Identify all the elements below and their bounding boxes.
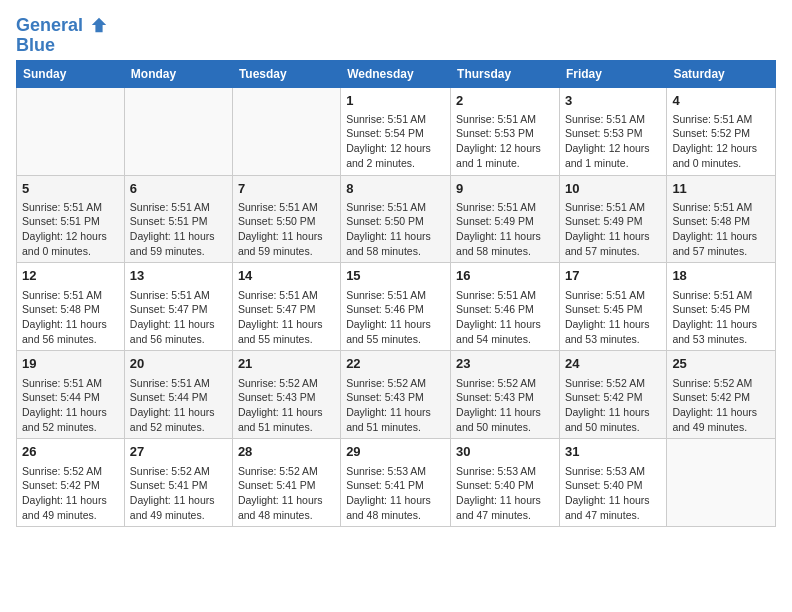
day-info: Sunrise: 5:51 AMSunset: 5:48 PMDaylight:… <box>672 200 770 259</box>
calendar-cell: 20Sunrise: 5:51 AMSunset: 5:44 PMDayligh… <box>124 351 232 439</box>
day-info: Sunrise: 5:51 AMSunset: 5:44 PMDaylight:… <box>130 376 227 435</box>
day-number: 29 <box>346 443 445 461</box>
day-number: 11 <box>672 180 770 198</box>
calendar-cell <box>232 87 340 175</box>
calendar-cell: 22Sunrise: 5:52 AMSunset: 5:43 PMDayligh… <box>341 351 451 439</box>
weekday-header-wednesday: Wednesday <box>341 60 451 87</box>
day-info: Sunrise: 5:52 AMSunset: 5:41 PMDaylight:… <box>130 464 227 523</box>
day-info: Sunrise: 5:51 AMSunset: 5:44 PMDaylight:… <box>22 376 119 435</box>
day-number: 14 <box>238 267 335 285</box>
day-info: Sunrise: 5:53 AMSunset: 5:41 PMDaylight:… <box>346 464 445 523</box>
day-number: 23 <box>456 355 554 373</box>
calendar-cell: 17Sunrise: 5:51 AMSunset: 5:45 PMDayligh… <box>559 263 666 351</box>
day-number: 21 <box>238 355 335 373</box>
day-info: Sunrise: 5:51 AMSunset: 5:53 PMDaylight:… <box>565 112 661 171</box>
day-number: 27 <box>130 443 227 461</box>
calendar-cell: 30Sunrise: 5:53 AMSunset: 5:40 PMDayligh… <box>451 439 560 527</box>
calendar-cell: 16Sunrise: 5:51 AMSunset: 5:46 PMDayligh… <box>451 263 560 351</box>
day-number: 4 <box>672 92 770 110</box>
day-info: Sunrise: 5:52 AMSunset: 5:43 PMDaylight:… <box>456 376 554 435</box>
day-info: Sunrise: 5:51 AMSunset: 5:46 PMDaylight:… <box>346 288 445 347</box>
day-info: Sunrise: 5:51 AMSunset: 5:54 PMDaylight:… <box>346 112 445 171</box>
day-number: 26 <box>22 443 119 461</box>
calendar-table: SundayMondayTuesdayWednesdayThursdayFrid… <box>16 60 776 528</box>
day-info: Sunrise: 5:51 AMSunset: 5:50 PMDaylight:… <box>346 200 445 259</box>
day-number: 2 <box>456 92 554 110</box>
calendar-cell: 29Sunrise: 5:53 AMSunset: 5:41 PMDayligh… <box>341 439 451 527</box>
calendar-cell: 12Sunrise: 5:51 AMSunset: 5:48 PMDayligh… <box>17 263 125 351</box>
calendar-week-row: 5Sunrise: 5:51 AMSunset: 5:51 PMDaylight… <box>17 175 776 263</box>
day-number: 19 <box>22 355 119 373</box>
day-info: Sunrise: 5:51 AMSunset: 5:53 PMDaylight:… <box>456 112 554 171</box>
day-info: Sunrise: 5:51 AMSunset: 5:51 PMDaylight:… <box>130 200 227 259</box>
day-number: 28 <box>238 443 335 461</box>
weekday-header-saturday: Saturday <box>667 60 776 87</box>
day-number: 7 <box>238 180 335 198</box>
day-info: Sunrise: 5:52 AMSunset: 5:43 PMDaylight:… <box>346 376 445 435</box>
calendar-cell <box>124 87 232 175</box>
calendar-cell: 9Sunrise: 5:51 AMSunset: 5:49 PMDaylight… <box>451 175 560 263</box>
day-info: Sunrise: 5:51 AMSunset: 5:48 PMDaylight:… <box>22 288 119 347</box>
day-number: 20 <box>130 355 227 373</box>
calendar-week-row: 12Sunrise: 5:51 AMSunset: 5:48 PMDayligh… <box>17 263 776 351</box>
day-number: 18 <box>672 267 770 285</box>
calendar-cell: 3Sunrise: 5:51 AMSunset: 5:53 PMDaylight… <box>559 87 666 175</box>
calendar-week-row: 26Sunrise: 5:52 AMSunset: 5:42 PMDayligh… <box>17 439 776 527</box>
day-number: 15 <box>346 267 445 285</box>
calendar-cell: 24Sunrise: 5:52 AMSunset: 5:42 PMDayligh… <box>559 351 666 439</box>
day-info: Sunrise: 5:51 AMSunset: 5:45 PMDaylight:… <box>672 288 770 347</box>
calendar-week-row: 19Sunrise: 5:51 AMSunset: 5:44 PMDayligh… <box>17 351 776 439</box>
calendar-cell: 6Sunrise: 5:51 AMSunset: 5:51 PMDaylight… <box>124 175 232 263</box>
day-info: Sunrise: 5:51 AMSunset: 5:46 PMDaylight:… <box>456 288 554 347</box>
day-number: 5 <box>22 180 119 198</box>
day-number: 1 <box>346 92 445 110</box>
day-info: Sunrise: 5:51 AMSunset: 5:47 PMDaylight:… <box>238 288 335 347</box>
day-number: 17 <box>565 267 661 285</box>
calendar-cell: 4Sunrise: 5:51 AMSunset: 5:52 PMDaylight… <box>667 87 776 175</box>
weekday-header-sunday: Sunday <box>17 60 125 87</box>
logo: General Blue <box>16 16 108 56</box>
calendar-cell: 15Sunrise: 5:51 AMSunset: 5:46 PMDayligh… <box>341 263 451 351</box>
calendar-cell: 5Sunrise: 5:51 AMSunset: 5:51 PMDaylight… <box>17 175 125 263</box>
day-number: 24 <box>565 355 661 373</box>
logo-text: General Blue <box>16 16 108 56</box>
day-info: Sunrise: 5:51 AMSunset: 5:47 PMDaylight:… <box>130 288 227 347</box>
calendar-cell: 10Sunrise: 5:51 AMSunset: 5:49 PMDayligh… <box>559 175 666 263</box>
calendar-cell: 31Sunrise: 5:53 AMSunset: 5:40 PMDayligh… <box>559 439 666 527</box>
day-info: Sunrise: 5:52 AMSunset: 5:42 PMDaylight:… <box>672 376 770 435</box>
day-info: Sunrise: 5:51 AMSunset: 5:45 PMDaylight:… <box>565 288 661 347</box>
day-number: 30 <box>456 443 554 461</box>
day-info: Sunrise: 5:51 AMSunset: 5:50 PMDaylight:… <box>238 200 335 259</box>
calendar-week-row: 1Sunrise: 5:51 AMSunset: 5:54 PMDaylight… <box>17 87 776 175</box>
calendar-cell: 26Sunrise: 5:52 AMSunset: 5:42 PMDayligh… <box>17 439 125 527</box>
day-number: 12 <box>22 267 119 285</box>
day-number: 6 <box>130 180 227 198</box>
day-number: 13 <box>130 267 227 285</box>
day-info: Sunrise: 5:51 AMSunset: 5:51 PMDaylight:… <box>22 200 119 259</box>
day-info: Sunrise: 5:52 AMSunset: 5:42 PMDaylight:… <box>22 464 119 523</box>
calendar-cell: 23Sunrise: 5:52 AMSunset: 5:43 PMDayligh… <box>451 351 560 439</box>
day-info: Sunrise: 5:53 AMSunset: 5:40 PMDaylight:… <box>565 464 661 523</box>
calendar-cell: 28Sunrise: 5:52 AMSunset: 5:41 PMDayligh… <box>232 439 340 527</box>
calendar-cell <box>667 439 776 527</box>
day-info: Sunrise: 5:51 AMSunset: 5:52 PMDaylight:… <box>672 112 770 171</box>
day-number: 9 <box>456 180 554 198</box>
weekday-header-friday: Friday <box>559 60 666 87</box>
day-number: 31 <box>565 443 661 461</box>
calendar-cell: 21Sunrise: 5:52 AMSunset: 5:43 PMDayligh… <box>232 351 340 439</box>
day-info: Sunrise: 5:53 AMSunset: 5:40 PMDaylight:… <box>456 464 554 523</box>
calendar-cell: 25Sunrise: 5:52 AMSunset: 5:42 PMDayligh… <box>667 351 776 439</box>
day-number: 16 <box>456 267 554 285</box>
calendar-header-row: SundayMondayTuesdayWednesdayThursdayFrid… <box>17 60 776 87</box>
day-number: 10 <box>565 180 661 198</box>
calendar-cell: 18Sunrise: 5:51 AMSunset: 5:45 PMDayligh… <box>667 263 776 351</box>
calendar-cell: 2Sunrise: 5:51 AMSunset: 5:53 PMDaylight… <box>451 87 560 175</box>
day-info: Sunrise: 5:52 AMSunset: 5:43 PMDaylight:… <box>238 376 335 435</box>
day-number: 8 <box>346 180 445 198</box>
day-info: Sunrise: 5:51 AMSunset: 5:49 PMDaylight:… <box>456 200 554 259</box>
day-info: Sunrise: 5:51 AMSunset: 5:49 PMDaylight:… <box>565 200 661 259</box>
day-info: Sunrise: 5:52 AMSunset: 5:41 PMDaylight:… <box>238 464 335 523</box>
day-number: 22 <box>346 355 445 373</box>
calendar-cell: 27Sunrise: 5:52 AMSunset: 5:41 PMDayligh… <box>124 439 232 527</box>
calendar-cell <box>17 87 125 175</box>
